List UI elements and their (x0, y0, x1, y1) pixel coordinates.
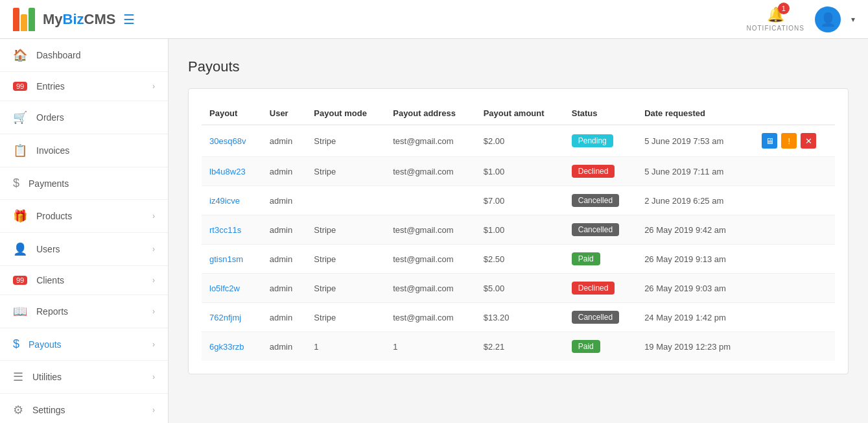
payout-link[interactable]: 6gk33rzb (209, 342, 244, 352)
payout-mode: Stripe (306, 215, 385, 245)
row-actions (754, 186, 835, 215)
topbar-left: MyBizCMS ☰ (13, 8, 135, 31)
user-dropdown-chevron-icon[interactable]: ▾ (851, 15, 855, 24)
payouts-icon: $ (13, 337, 19, 351)
payout-id[interactable]: iz49icve (202, 186, 262, 215)
sidebar-item-entries[interactable]: 99Entries› (0, 72, 168, 101)
table-row: 762nfjmjadminStripetest@gmail.com$13.20C… (202, 303, 835, 332)
user: admin (262, 332, 307, 361)
sidebar-label-products: Products (36, 211, 72, 221)
invoices-icon: 📋 (13, 143, 27, 158)
status: Pending (564, 125, 637, 157)
payout-link[interactable]: iz49icve (209, 196, 240, 206)
table-row: lb4u8w23adminStripetest@gmail.com$1.00De… (202, 157, 835, 186)
sidebar-label-reports: Reports (36, 306, 68, 317)
payout-amount: $2.21 (476, 332, 564, 361)
payout-id[interactable]: lb4u8w23 (202, 157, 262, 186)
payout-address: test@gmail.com (385, 215, 475, 245)
date-requested: 26 May 2019 9:03 am (637, 274, 754, 303)
sidebar: 🏠Dashboard99Entries›🛒Orders📋Invoices$Pay… (0, 39, 169, 423)
table-row: iz49icveadmin$7.00Cancelled2 June 2019 6… (202, 186, 835, 215)
row-actions (754, 245, 835, 274)
sidebar-item-orders[interactable]: 🛒Orders (0, 101, 168, 134)
notification-badge: 1 (778, 3, 790, 14)
payout-amount: $13.20 (476, 303, 564, 332)
sidebar-item-left-payouts: $Payouts (13, 337, 62, 351)
payout-mode: Stripe (306, 245, 385, 274)
payout-link[interactable]: 762nfjmj (209, 313, 241, 322)
notifications-label: NOTIFICATIONS (747, 25, 804, 32)
settings-icon: ⚙ (13, 403, 23, 417)
sidebar-item-users[interactable]: 👤Users› (0, 233, 168, 266)
payout-id[interactable]: 6gk33rzb (202, 332, 262, 361)
status: Declined (564, 274, 637, 303)
view-button[interactable]: 🖥 (762, 133, 777, 149)
payout-id[interactable]: 30esq68v (202, 125, 262, 157)
payout-id[interactable]: rt3cc11s (202, 215, 262, 245)
payouts-card: PayoutUserPayout modePayout addressPayou… (188, 88, 849, 374)
sidebar-item-left-settings: ⚙Settings (13, 403, 65, 417)
date-requested: 2 June 2019 6:25 am (637, 186, 754, 215)
col-header-payout: Payout (202, 102, 262, 125)
col-header-payout-mode: Payout mode (306, 102, 385, 125)
sidebar-item-left-orders: 🛒Orders (13, 110, 64, 125)
row-actions (754, 274, 835, 303)
col-header-date-requested: Date requested (637, 102, 754, 125)
status-badge: Pending (572, 134, 613, 147)
sidebar-item-left-payments: $Payments (13, 176, 69, 190)
payout-id[interactable]: lo5lfc2w (202, 274, 262, 303)
sidebar-item-invoices[interactable]: 📋Invoices (0, 134, 168, 167)
row-actions (754, 157, 835, 186)
table-body: 30esq68vadminStripetest@gmail.com$2.00Pe… (202, 125, 835, 361)
sidebar-item-reports[interactable]: 📖Reports› (0, 295, 168, 328)
payout-link[interactable]: gtisn1sm (209, 254, 243, 264)
status-badge: Declined (572, 165, 615, 178)
sidebar-chevron-payouts: › (152, 340, 155, 349)
payout-mode: Stripe (306, 274, 385, 303)
delete-button[interactable]: ✕ (801, 133, 816, 149)
sidebar-item-utilities[interactable]: ☰Utilities› (0, 361, 168, 394)
status: Declined (564, 157, 637, 186)
sidebar-label-invoices: Invoices (36, 145, 69, 156)
user-avatar[interactable]: 👤 (815, 6, 841, 32)
topbar: MyBizCMS ☰ 🔔 1 NOTIFICATIONS 👤 ▾ (0, 0, 868, 39)
table-row: gtisn1smadminStripetest@gmail.com$2.50Pa… (202, 245, 835, 274)
payout-link[interactable]: lo5lfc2w (209, 284, 240, 293)
payout-amount: $1.00 (476, 215, 564, 245)
sidebar-badge-entries: 99 (13, 82, 27, 91)
sidebar-item-left-users: 👤Users (13, 242, 60, 256)
payout-id[interactable]: 762nfjmj (202, 303, 262, 332)
payout-link[interactable]: 30esq68v (209, 136, 246, 146)
main-layout: 🏠Dashboard99Entries›🛒Orders📋Invoices$Pay… (0, 39, 868, 423)
payout-address (385, 186, 475, 215)
row-actions (754, 303, 835, 332)
date-requested: 5 June 2019 7:53 am (637, 125, 754, 157)
payout-address: test@gmail.com (385, 125, 475, 157)
hamburger-icon[interactable]: ☰ (123, 12, 135, 27)
logo-bar-orange (21, 14, 27, 31)
payout-link[interactable]: rt3cc11s (209, 225, 241, 235)
sidebar-item-clients[interactable]: 99Clients› (0, 266, 168, 295)
sidebar-label-entries: Entries (36, 81, 65, 91)
status: Cancelled (564, 215, 637, 245)
sidebar-item-dashboard[interactable]: 🏠Dashboard (0, 39, 168, 72)
table-row: 30esq68vadminStripetest@gmail.com$2.00Pe… (202, 125, 835, 157)
status: Cancelled (564, 303, 637, 332)
status-badge: Cancelled (572, 311, 619, 324)
products-icon: 🎁 (13, 209, 27, 223)
logo-bar-red (13, 8, 19, 31)
user: admin (262, 303, 307, 332)
sidebar-item-payments[interactable]: $Payments (0, 167, 168, 200)
sidebar-item-products[interactable]: 🎁Products› (0, 200, 168, 233)
payout-id[interactable]: gtisn1sm (202, 245, 262, 274)
payout-address: test@gmail.com (385, 274, 475, 303)
notifications-button[interactable]: 🔔 1 NOTIFICATIONS (747, 6, 804, 32)
sidebar-label-users: Users (36, 244, 60, 254)
sidebar-item-payouts[interactable]: $Payouts› (0, 328, 168, 361)
user: admin (262, 245, 307, 274)
warn-button[interactable]: ! (781, 133, 797, 149)
payout-link[interactable]: lb4u8w23 (209, 167, 246, 176)
sidebar-chevron-reports: › (152, 307, 155, 316)
sidebar-item-settings[interactable]: ⚙Settings› (0, 394, 168, 423)
row-actions: 🖥!✕ (754, 125, 835, 157)
